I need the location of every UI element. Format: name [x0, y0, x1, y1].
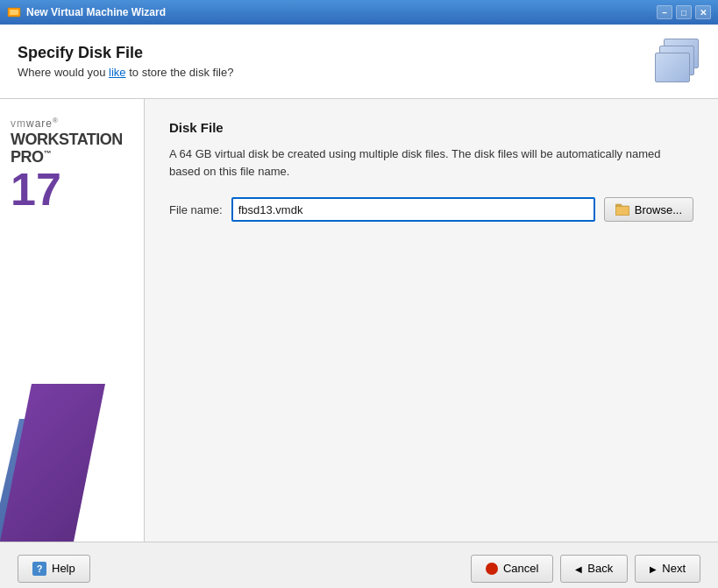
file-name-row: File name: Browse... [169, 197, 693, 222]
footer-left: ? Help [18, 555, 90, 583]
close-button[interactable]: ✕ [695, 5, 711, 19]
deco-purple-shape [0, 384, 105, 542]
title-bar: New Virtual Machine Wizard – □ ✕ [0, 0, 718, 25]
main-area: vmware® WORKSTATION PRO™ 17 Disk File A … [0, 99, 718, 542]
product-name: WORKSTATION [11, 131, 123, 149]
help-button[interactable]: ? Help [18, 555, 90, 583]
file-name-input[interactable] [231, 197, 595, 222]
svg-rect-1 [10, 10, 18, 15]
vmware-logo: vmware® [11, 117, 59, 130]
browse-label: Browse... [635, 203, 682, 216]
next-button[interactable]: Next [635, 555, 700, 583]
brand-text: vmware® [11, 117, 59, 130]
disk-description: A 64 GB virtual disk be created using mu… [169, 145, 693, 180]
page-title: Specify Disk File [18, 44, 233, 62]
help-icon: ? [32, 562, 46, 576]
disk-stack-icon [655, 39, 700, 84]
cancel-label: Cancel [503, 562, 538, 575]
sidebar: vmware® WORKSTATION PRO™ 17 [0, 99, 145, 542]
cancel-button[interactable]: Cancel [471, 555, 553, 583]
header-text: Specify Disk File Where would you like t… [18, 44, 233, 79]
window-title: New Virtual Machine Wizard [26, 6, 657, 18]
cancel-icon [486, 563, 498, 575]
disk-icon-front [655, 53, 690, 82]
section-title: Disk File [169, 120, 693, 135]
header-icon [655, 39, 700, 84]
next-label: Next [662, 562, 686, 575]
back-label: Back [587, 562, 613, 575]
highlight-word: like [109, 66, 126, 79]
footer: ? Help Cancel Back Next [0, 542, 718, 588]
back-arrow-icon [575, 562, 582, 575]
back-button[interactable]: Back [560, 555, 628, 583]
footer-right: Cancel Back Next [471, 555, 700, 583]
next-arrow-icon [650, 562, 657, 575]
sidebar-decoration [0, 384, 145, 542]
browse-button[interactable]: Browse... [604, 197, 693, 222]
folder-icon [615, 203, 629, 216]
version-number: 17 [11, 166, 61, 212]
minimize-button[interactable]: – [657, 5, 672, 19]
help-label: Help [52, 562, 75, 575]
page-header: Specify Disk File Where would you like t… [0, 25, 718, 99]
svg-rect-3 [615, 204, 622, 207]
content-area: Disk File A 64 GB virtual disk be create… [145, 99, 718, 542]
svg-rect-4 [616, 207, 629, 215]
window-controls[interactable]: – □ ✕ [657, 5, 711, 19]
app-icon [7, 5, 21, 19]
header-description: Where would you like to store the disk f… [18, 66, 233, 79]
maximize-button[interactable]: □ [676, 5, 692, 19]
file-name-label: File name: [169, 203, 223, 216]
